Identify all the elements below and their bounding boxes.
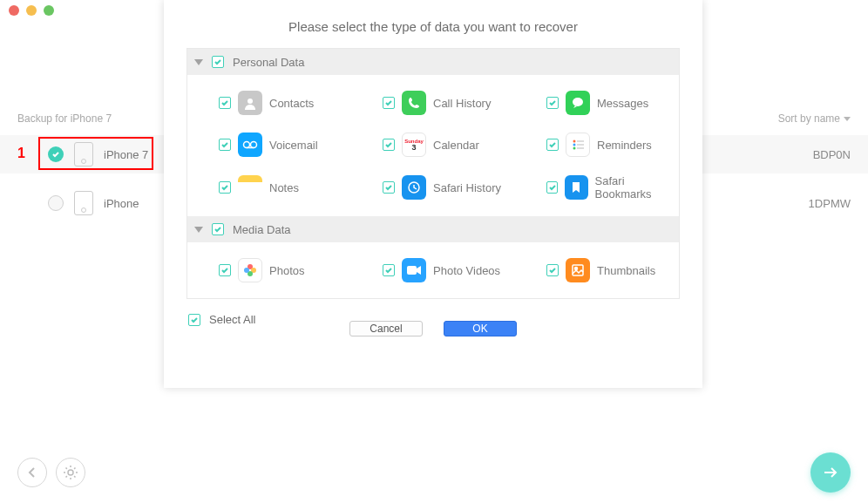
checkbox[interactable]	[546, 139, 559, 151]
radio-empty-icon	[48, 195, 64, 211]
bottom-bar	[0, 442, 868, 503]
contacts-icon	[238, 91, 262, 115]
item-label: Safari History	[433, 181, 501, 194]
item-call-history[interactable]: Call History	[351, 82, 515, 124]
item-label: Reminders	[597, 139, 652, 152]
checkbox[interactable]	[383, 264, 395, 276]
device-name: iPhone 7	[104, 148, 148, 161]
section-media-data[interactable]: Media Data	[187, 216, 679, 242]
media-data-grid: Photos Photo Videos Thumbnails	[187, 242, 679, 298]
item-label: Calendar	[433, 139, 479, 152]
checkbox[interactable]	[219, 264, 231, 276]
item-label: Messages	[597, 97, 648, 110]
settings-button[interactable]	[56, 458, 85, 487]
sort-dropdown[interactable]: Sort by name	[778, 112, 851, 125]
window-traffic-lights[interactable]	[9, 5, 54, 16]
svg-rect-16	[407, 266, 417, 275]
voicemail-icon	[238, 133, 262, 157]
chevron-down-icon	[194, 59, 203, 65]
item-safari-bookmarks[interactable]: Safari Bookmarks	[515, 166, 679, 209]
video-icon	[402, 258, 426, 282]
svg-point-7	[573, 144, 576, 146]
photos-icon	[238, 258, 262, 282]
checkbox[interactable]	[219, 97, 231, 109]
item-label: Photos	[269, 264, 304, 277]
item-thumbnails[interactable]: Thumbnails	[515, 249, 679, 291]
checkbox[interactable]	[383, 181, 395, 194]
item-label: Thumbnails	[597, 264, 655, 277]
svg-point-9	[573, 147, 576, 150]
phone-icon	[74, 191, 93, 215]
personal-data-grid: Contacts Call History Messages Voicemail…	[187, 75, 679, 216]
dialog-buttons: Cancel OK	[164, 321, 702, 342]
svg-rect-10	[577, 147, 584, 149]
reminders-icon	[566, 133, 590, 157]
dialog-title: Please select the type of data you want …	[164, 0, 702, 48]
section-label: Personal Data	[233, 56, 304, 69]
item-label: Safari Bookmarks	[595, 174, 679, 201]
recover-type-dialog: Please select the type of data you want …	[164, 0, 702, 388]
phone-icon	[74, 142, 93, 167]
section-label: Media Data	[233, 223, 290, 236]
svg-point-20	[68, 470, 73, 475]
item-safari-history[interactable]: Safari History	[351, 166, 515, 209]
checkbox[interactable]	[546, 97, 559, 109]
data-type-panel: Personal Data Contacts Call History Mess…	[186, 48, 680, 299]
svg-point-5	[573, 140, 576, 143]
svg-point-2	[244, 142, 250, 148]
check-icon	[48, 146, 64, 162]
item-voicemail[interactable]: Voicemail	[187, 124, 351, 166]
next-button[interactable]	[810, 452, 851, 493]
checkbox[interactable]	[383, 139, 395, 151]
item-reminders[interactable]: Reminders	[515, 124, 679, 166]
svg-point-0	[248, 99, 253, 104]
checkbox[interactable]	[219, 181, 231, 194]
item-label: Notes	[269, 181, 299, 194]
device-name: iPhone	[104, 197, 139, 210]
ok-button[interactable]: OK	[444, 321, 517, 336]
phone-icon	[402, 91, 426, 115]
item-label: Photo Videos	[433, 264, 500, 277]
checkbox[interactable]	[383, 97, 395, 109]
backup-title: Backup for iPhone 7	[17, 112, 112, 125]
checkbox[interactable]	[212, 223, 224, 235]
clock-icon	[402, 175, 426, 200]
section-personal-data[interactable]: Personal Data	[187, 49, 679, 75]
svg-point-15	[244, 268, 249, 273]
minimize-icon[interactable]	[26, 5, 37, 16]
svg-rect-8	[577, 144, 584, 146]
item-messages[interactable]: Messages	[515, 82, 679, 124]
svg-rect-6	[577, 140, 584, 142]
item-label: Contacts	[269, 97, 314, 110]
calendar-icon: Sunday3	[402, 133, 426, 157]
device-id: BDP0N	[813, 148, 851, 161]
close-icon[interactable]	[9, 5, 19, 16]
svg-point-3	[251, 142, 257, 148]
item-label: Voicemail	[269, 139, 318, 152]
cancel-button[interactable]: Cancel	[349, 321, 423, 336]
svg-point-1	[573, 98, 583, 106]
bookmark-icon	[565, 175, 587, 200]
item-photo-videos[interactable]: Photo Videos	[351, 249, 515, 291]
image-icon	[566, 258, 590, 282]
sort-label: Sort by name	[778, 112, 840, 125]
checkbox[interactable]	[219, 139, 231, 151]
svg-marker-17	[417, 266, 421, 275]
item-calendar[interactable]: Sunday3 Calendar	[351, 124, 515, 166]
back-button[interactable]	[17, 458, 47, 487]
item-photos[interactable]: Photos	[187, 249, 351, 291]
maximize-icon[interactable]	[44, 5, 54, 16]
item-contacts[interactable]: Contacts	[187, 82, 351, 124]
chevron-down-icon	[194, 227, 203, 233]
checkbox[interactable]	[546, 181, 558, 194]
chevron-down-icon	[844, 117, 851, 121]
gear-icon	[63, 465, 78, 480]
item-label: Call History	[433, 97, 491, 110]
device-id: 1DPMW	[809, 197, 851, 210]
notes-icon	[238, 175, 262, 200]
messages-icon	[566, 91, 590, 115]
item-notes[interactable]: Notes	[187, 166, 351, 209]
checkbox[interactable]	[212, 56, 224, 68]
checkbox[interactable]	[546, 264, 559, 276]
